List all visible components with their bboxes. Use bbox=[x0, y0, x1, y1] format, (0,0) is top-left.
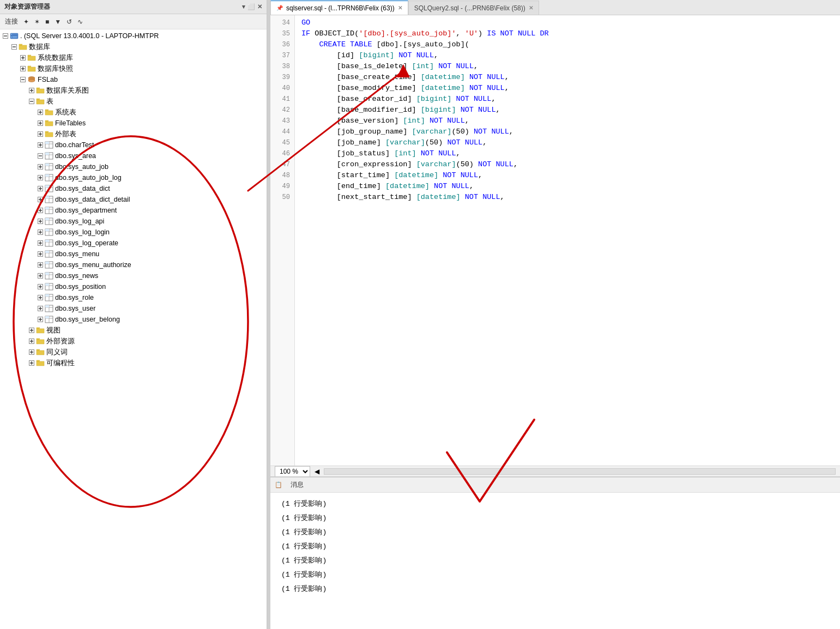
refresh-button[interactable]: ↺ bbox=[65, 17, 74, 27]
tree-item-t_sys_position[interactable]: dbo.sys_position bbox=[0, 281, 267, 292]
tree-item-databases[interactable]: 数据库 bbox=[0, 41, 267, 52]
tab-close-button[interactable]: ✕ bbox=[398, 5, 402, 11]
expand-icon[interactable] bbox=[37, 109, 44, 116]
expand-icon[interactable] bbox=[37, 196, 44, 203]
tree-item-server[interactable]: . (SQL Server 13.0.4001.0 - LAPTOP-HMTPR bbox=[0, 31, 267, 41]
tree-item-t_sys_user_belong[interactable]: dbo.sys_user_belong bbox=[0, 314, 267, 325]
expand-icon[interactable] bbox=[37, 283, 44, 290]
expand-icon[interactable] bbox=[28, 360, 35, 366]
tree-item-ext_tables[interactable]: 外部表 bbox=[0, 129, 267, 140]
table-icon bbox=[45, 152, 53, 160]
stop-button[interactable]: ■ bbox=[44, 17, 51, 27]
expand-icon[interactable] bbox=[20, 55, 26, 61]
expand-icon[interactable] bbox=[28, 327, 35, 334]
code-editor[interactable]: 3435363738394041424344454647484950 GOIF … bbox=[270, 15, 840, 465]
close-icon[interactable]: ✕ bbox=[257, 3, 262, 10]
code-token: [base_modify_time] bbox=[301, 83, 421, 94]
tree-item-t_sys_menu[interactable]: dbo.sys_menu bbox=[0, 249, 267, 259]
message-line: (1 行受影响) bbox=[281, 554, 829, 568]
code-content[interactable]: GOIF OBJECT_ID('[dbo].[sys_auto_job]', '… bbox=[295, 15, 840, 465]
tree-item-t_sys_log_login[interactable]: dbo.sys_log_login bbox=[0, 227, 267, 238]
expand-icon[interactable] bbox=[28, 338, 35, 344]
code-line-39: [base_create_time] [datetime] NOT NULL, bbox=[301, 72, 833, 83]
zoom-select[interactable]: 100 % 75 % 150 % bbox=[275, 466, 310, 477]
tree-item-db_diagram[interactable]: 数据库关系图 bbox=[0, 85, 267, 96]
tree-item-sys_tables[interactable]: 系统表 bbox=[0, 107, 267, 118]
expand-icon[interactable] bbox=[37, 142, 44, 148]
tree-item-system_db[interactable]: 系统数据库 bbox=[0, 52, 267, 63]
scroll-left-btn[interactable]: ◀ bbox=[315, 468, 319, 475]
tab-sqlquery2-sql[interactable]: SQLQuery2.sql - (...PRN6B\Felix (58)) ✕ bbox=[408, 1, 539, 15]
pin-icon[interactable]: ▾ bbox=[242, 3, 245, 10]
tree-item-programmability[interactable]: 可编程性 bbox=[0, 358, 267, 368]
tree-item-t_sys_area[interactable]: dbo.sys_area bbox=[0, 150, 267, 161]
expand-icon[interactable] bbox=[37, 153, 44, 159]
expand-icon[interactable] bbox=[28, 98, 35, 105]
tree-item-t_chartest[interactable]: dbo.charTest bbox=[0, 140, 267, 150]
expand-icon[interactable] bbox=[20, 65, 26, 72]
expand-icon[interactable] bbox=[2, 33, 9, 39]
tree-item-label: dbo.sys_role bbox=[55, 294, 94, 301]
tree-item-t_sys_menu_authorize[interactable]: dbo.sys_menu_authorize bbox=[0, 259, 267, 270]
message-line: (1 行受影响) bbox=[281, 511, 829, 525]
tree-item-label: dbo.sys_news bbox=[55, 272, 98, 280]
expand-icon[interactable] bbox=[37, 305, 44, 312]
expand-icon[interactable] bbox=[37, 229, 44, 235]
expand-icon[interactable] bbox=[37, 185, 44, 192]
expand-icon[interactable] bbox=[37, 273, 44, 279]
expand-icon[interactable] bbox=[37, 262, 44, 268]
object-tree[interactable]: . (SQL Server 13.0.4001.0 - LAPTOP-HMTPR… bbox=[0, 29, 267, 629]
table-icon bbox=[45, 163, 53, 171]
tree-item-external[interactable]: 外部资源 bbox=[0, 336, 267, 347]
code-token: , bbox=[469, 181, 474, 192]
expand-icon[interactable] bbox=[20, 76, 26, 83]
tree-item-t_sys_user[interactable]: dbo.sys_user bbox=[0, 303, 267, 314]
new-query-button[interactable]: ✶ bbox=[33, 17, 41, 27]
code-token: [bigint] bbox=[421, 105, 456, 116]
tree-item-t_sys_role[interactable]: dbo.sys_role bbox=[0, 292, 267, 303]
tree-item-t_sys_news[interactable]: dbo.sys_news bbox=[0, 270, 267, 281]
tab-sqlserver-sql[interactable]: 📌 sqlserver.sql - (l...TPRN6B\Felix (63)… bbox=[270, 1, 408, 15]
tree-item-filetables[interactable]: FileTables bbox=[0, 118, 267, 129]
code-token: 'U' bbox=[465, 28, 478, 39]
expand-icon[interactable] bbox=[28, 349, 35, 355]
expand-icon[interactable] bbox=[37, 131, 44, 137]
expand-icon[interactable] bbox=[37, 164, 44, 170]
expand-icon[interactable] bbox=[37, 120, 44, 126]
tree-item-fslab[interactable]: FSLab bbox=[0, 74, 267, 85]
tab2-close-button[interactable]: ✕ bbox=[529, 5, 533, 11]
svg-rect-6 bbox=[13, 37, 17, 38]
tree-item-tables[interactable]: 表 bbox=[0, 96, 267, 107]
tree-item-t_sys_department[interactable]: dbo.sys_department bbox=[0, 205, 267, 216]
expand-icon[interactable] bbox=[11, 44, 17, 50]
tree-item-t_sys_auto_job_log[interactable]: dbo.sys_auto_job_log bbox=[0, 172, 267, 183]
float-icon[interactable]: ⬜ bbox=[247, 3, 255, 10]
disconnect-button[interactable]: ✦ bbox=[22, 17, 31, 27]
tree-item-views[interactable]: 视图 bbox=[0, 325, 267, 336]
svg-rect-46 bbox=[45, 153, 49, 155]
expand-icon[interactable] bbox=[37, 240, 44, 246]
expand-icon[interactable] bbox=[37, 174, 44, 181]
expand-icon[interactable] bbox=[37, 316, 44, 323]
tree-item-label: dbo.charTest bbox=[55, 141, 94, 149]
svg-rect-67 bbox=[45, 185, 49, 188]
messages-tab[interactable]: 消息 bbox=[286, 479, 308, 491]
expand-icon[interactable] bbox=[37, 251, 44, 257]
tree-item-t_sys_auto_job[interactable]: dbo.sys_auto_job bbox=[0, 161, 267, 172]
expand-icon[interactable] bbox=[28, 87, 35, 94]
line-num-48: 48 bbox=[275, 170, 290, 181]
filter-button[interactable]: ▼ bbox=[53, 17, 63, 27]
tree-item-t_sys_data_dict[interactable]: dbo.sys_data_dict bbox=[0, 183, 267, 194]
expand-icon[interactable] bbox=[37, 207, 44, 214]
tree-item-t_sys_log_operate[interactable]: dbo.sys_log_operate bbox=[0, 238, 267, 249]
expand-icon[interactable] bbox=[37, 294, 44, 301]
expand-icon[interactable] bbox=[37, 218, 44, 225]
tree-item-t_sys_data_dict_detail[interactable]: dbo.sys_data_dict_detail bbox=[0, 194, 267, 205]
tree-item-snapshot[interactable]: 数据库快照 bbox=[0, 63, 267, 74]
activity-monitor-button[interactable]: ∿ bbox=[76, 17, 84, 27]
tree-item-t_sys_log_api[interactable]: dbo.sys_log_api bbox=[0, 216, 267, 227]
connect-button[interactable]: 连接 bbox=[3, 16, 20, 27]
code-token: [datetime] bbox=[385, 181, 430, 192]
tree-item-synonyms[interactable]: 同义词 bbox=[0, 347, 267, 358]
horizontal-scrollbar[interactable] bbox=[324, 468, 836, 475]
